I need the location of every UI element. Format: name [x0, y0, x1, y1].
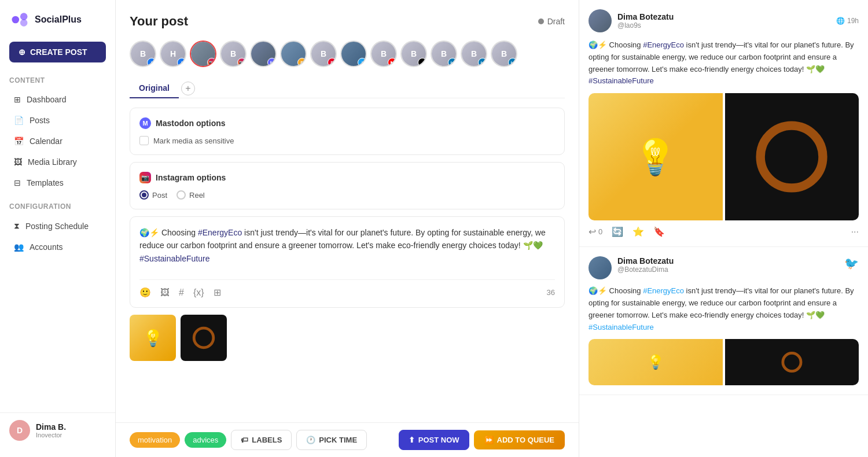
reply-count: 0 [598, 227, 602, 236]
socialplus-logo-icon [9, 9, 30, 30]
account-avatar-8[interactable]: t [340, 40, 367, 67]
sidebar-item-posts[interactable]: 📄 Posts [5, 110, 111, 131]
char-count: 36 [547, 288, 555, 297]
grid-button[interactable]: ⊞ [214, 287, 221, 298]
add-queue-label: ADD TO QUEUE [497, 436, 554, 444]
tab-original[interactable]: Original [130, 79, 179, 98]
hashtag-tw-2: #SustainableFuture [589, 323, 654, 331]
config-section-label: Configuration [0, 193, 115, 215]
image-button[interactable]: 🖼 [160, 288, 170, 298]
repost-button[interactable]: 🔄 [612, 226, 623, 237]
reel-radio[interactable] [176, 190, 186, 200]
sidebar-user: D Dima B. Inovector [0, 412, 115, 448]
ring-image [181, 315, 227, 361]
globe-icon: 🌐 [836, 17, 845, 25]
sidebar-item-accounts[interactable]: 👥 Accounts [5, 237, 111, 257]
svg-point-0 [12, 16, 20, 24]
labels-label: LABELS [252, 436, 282, 444]
bookmark-button[interactable]: 🔖 [653, 226, 841, 237]
tab-original-label: Original [139, 83, 170, 93]
post-now-button[interactable]: ⬆ POST NOW [399, 430, 469, 450]
ma-badge: M [267, 58, 277, 67]
sidebar-item-posting-schedule[interactable]: ⧗ Posting Schedule [5, 215, 111, 237]
twitter-user-handle: @BotezatuDima [617, 266, 674, 274]
mark-sensitive-row: Mark media as sensitive [139, 136, 555, 145]
ring-svg [190, 324, 218, 352]
account-avatar-13[interactable]: B in [491, 40, 517, 67]
post-header: Your post Draft [130, 14, 565, 29]
pick-time-button[interactable]: 🕐 PICK TIME [296, 430, 367, 450]
star-button[interactable]: ⭐ [632, 226, 644, 237]
post-type-row: Post Reel [139, 190, 555, 200]
mastodon-preview-card: Dima Botezatu @lao9s 🌐 19h 🌍⚡ Choosing #… [579, 0, 868, 247]
right-panel: Dima Botezatu @lao9s 🌐 19h 🌍⚡ Choosing #… [579, 0, 868, 457]
sidebar-item-calendar[interactable]: 📅 Calendar [5, 131, 111, 152]
svg-point-5 [783, 353, 801, 371]
li-badge: in [448, 58, 457, 67]
account-avatar-11[interactable]: B in [431, 40, 457, 67]
account-avatar-1[interactable]: B f [130, 40, 156, 67]
account-avatar-10[interactable]: B ♪ [400, 40, 427, 67]
instagram-options-label: Instagram options [156, 173, 226, 182]
hashtag-2: #SustainableFuture [589, 76, 654, 85]
motivation-tag[interactable]: motivation [130, 432, 180, 448]
mark-sensitive-checkbox[interactable] [139, 136, 149, 145]
create-post-button[interactable]: ⊕ CREATE POST [9, 42, 106, 62]
account-avatar-9[interactable]: B ▶ [370, 40, 397, 67]
file-icon: 📄 [14, 116, 24, 125]
account-avatar-5[interactable]: M [250, 40, 277, 67]
tab-add-button[interactable]: + [181, 82, 195, 95]
user-initials: D [17, 426, 23, 435]
twitter-img-bulb: 💡 [589, 339, 723, 385]
hashtag-tw-1: #EnergyEco [643, 286, 684, 295]
mastodon-options-label: Mastodon options [156, 119, 226, 128]
li-badge: in [478, 58, 487, 67]
post-text-content[interactable]: 🌍⚡ Choosing #EnergyEco isn't just trendy… [139, 226, 555, 272]
twitter-preview-header: Dima Botezatu @BotezatuDima 🐦 [589, 256, 859, 279]
yt-badge: ▶ [388, 58, 397, 67]
add-to-queue-button[interactable]: ⏩ ADD TO QUEUE [474, 430, 565, 449]
page-title: Your post [130, 14, 188, 29]
svg-point-2 [20, 19, 28, 27]
emoji-button[interactable]: 🙂 [139, 287, 151, 298]
sidebar-item-label: Accounts [30, 242, 63, 252]
account-avatar-6[interactable]: P [280, 40, 307, 67]
twitter-preview-card: Dima Botezatu @BotezatuDima 🐦 🌍⚡ Choosin… [579, 247, 868, 395]
twitter-preview-avatar [589, 256, 612, 279]
variable-button[interactable]: {x} [193, 288, 204, 298]
image-thumb-bulb[interactable]: 💡 [130, 315, 176, 361]
sidebar-item-label: Templates [27, 178, 64, 187]
reply-button[interactable]: ↩ 0 [589, 226, 602, 237]
status-text: Draft [547, 17, 565, 26]
sidebar-item-label: Media Library [28, 157, 77, 167]
account-avatar-7[interactable]: B P [310, 40, 337, 67]
hashtag-sustainablefuture: #SustainableFuture [139, 254, 209, 263]
post-type-post-label: Post [152, 191, 167, 200]
post-type-post[interactable]: Post [139, 190, 167, 200]
labels-button[interactable]: 🏷 LABELS [231, 430, 292, 450]
hashtag-energyeco: #EnergyEco [198, 228, 242, 237]
user-name: Dima B. [36, 422, 66, 432]
hashtag-button[interactable]: # [179, 288, 184, 298]
account-avatar-2[interactable]: H f [160, 40, 186, 67]
twitter-preview-text: 🌍⚡ Choosing #EnergyEco isn't just trendy… [589, 285, 859, 333]
sidebar-item-templates[interactable]: ⊟ Templates [5, 172, 111, 193]
upload-icon: ⬆ [409, 436, 415, 444]
grid-icon: ⊞ [14, 95, 21, 104]
pi-badge: P [328, 58, 337, 67]
account-avatar-12[interactable]: B in [461, 40, 487, 67]
sidebar-item-dashboard[interactable]: ⊞ Dashboard [5, 89, 111, 110]
calendar-icon: 📅 [14, 137, 24, 146]
account-avatar-4[interactable]: B 📷 [220, 40, 247, 67]
twitter-preview-images: 💡 [589, 339, 859, 385]
post-radio[interactable] [139, 190, 149, 200]
more-button[interactable]: ··· [851, 227, 859, 237]
yt-badge: P [297, 58, 307, 67]
twitter-user-info: Dima Botezatu @BotezatuDima [589, 256, 674, 279]
account-avatar-3[interactable]: 📷 [190, 40, 216, 67]
clock-icon: ⧗ [14, 221, 20, 231]
advices-tag[interactable]: advices [185, 432, 226, 448]
image-thumb-ring[interactable] [181, 315, 227, 361]
sidebar-item-media[interactable]: 🖼 Media Library [5, 152, 111, 172]
post-type-reel[interactable]: Reel [176, 190, 205, 200]
